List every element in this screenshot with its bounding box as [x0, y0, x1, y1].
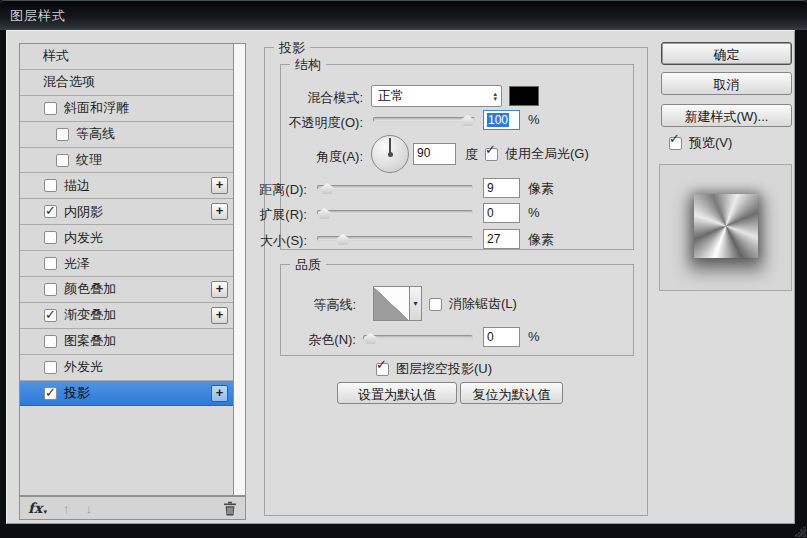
- group-title: 品质: [290, 256, 326, 274]
- sidebar-item-texture[interactable]: 纹理: [20, 148, 233, 174]
- shadow-color-swatch[interactable]: [509, 86, 539, 106]
- add-instance-button[interactable]: +: [211, 281, 228, 298]
- contour-picker[interactable]: ▾: [373, 286, 422, 321]
- contour-dropdown-icon[interactable]: ▾: [410, 286, 422, 321]
- sidebar-item-color-overlay[interactable]: 颜色叠加 +: [20, 277, 233, 303]
- use-global-light-option[interactable]: 使用全局光(G): [485, 145, 589, 163]
- new-style-button[interactable]: 新建样式(W)...: [661, 104, 792, 127]
- spread-slider-thumb[interactable]: [318, 208, 331, 219]
- item-label: 内阴影: [64, 203, 103, 221]
- sidebar-item-stroke[interactable]: 描边 +: [20, 173, 233, 199]
- checkbox[interactable]: [56, 128, 69, 141]
- angle-dial[interactable]: [371, 135, 409, 173]
- move-down-icon[interactable]: ↓: [85, 501, 92, 516]
- sidebar-item-drop-shadow[interactable]: 投影 +: [20, 381, 233, 407]
- opacity-slider-thumb[interactable]: [461, 115, 474, 126]
- checkbox[interactable]: [429, 298, 442, 311]
- checkbox[interactable]: [669, 137, 682, 150]
- contour-thumbnail[interactable]: [373, 286, 410, 321]
- checkbox[interactable]: [44, 179, 57, 192]
- size-input[interactable]: 27: [483, 229, 520, 249]
- reset-default-button[interactable]: 复位为默认值: [460, 382, 563, 404]
- angle-hub: [388, 152, 393, 157]
- size-slider-thumb[interactable]: [336, 234, 349, 245]
- add-instance-button[interactable]: +: [211, 203, 228, 220]
- blend-mode-value: 正常: [378, 87, 493, 105]
- group-title: 结构: [290, 56, 326, 74]
- checkbox[interactable]: [44, 257, 57, 270]
- noise-value: 0: [487, 330, 494, 344]
- distance-value: 9: [487, 181, 494, 195]
- checkbox[interactable]: [44, 309, 57, 322]
- anti-alias-option[interactable]: 消除锯齿(L): [429, 295, 517, 313]
- checkbox[interactable]: [44, 361, 57, 374]
- checkbox[interactable]: [44, 387, 57, 400]
- checkbox[interactable]: [44, 231, 57, 244]
- add-instance-button[interactable]: +: [211, 307, 228, 324]
- sidebar-item-bevel-emboss[interactable]: 斜面和浮雕: [20, 96, 233, 122]
- spread-unit: %: [528, 205, 540, 220]
- checkbox[interactable]: [376, 363, 389, 376]
- sidebar-item-styles[interactable]: 样式: [20, 44, 233, 70]
- item-label: 等高线: [76, 125, 115, 143]
- item-label: 投影: [64, 384, 90, 402]
- preview-option[interactable]: 预览(V): [669, 134, 732, 152]
- angle-unit: 度: [465, 146, 478, 164]
- opacity-label: 不透明度(O):: [289, 114, 363, 132]
- sidebar-item-outer-glow[interactable]: 外发光: [20, 355, 233, 381]
- make-default-button[interactable]: 设置为默认值: [337, 382, 457, 404]
- spread-slider[interactable]: [317, 210, 473, 215]
- distance-slider-thumb[interactable]: [321, 183, 334, 194]
- checkbox[interactable]: [44, 283, 57, 296]
- checkbox[interactable]: [44, 102, 57, 115]
- distance-input[interactable]: 9: [483, 178, 520, 198]
- sidebar-item-pattern-overlay[interactable]: 图案叠加: [20, 329, 233, 355]
- add-instance-button[interactable]: +: [211, 177, 228, 194]
- angle-input[interactable]: 90: [413, 143, 456, 165]
- title-bar[interactable]: 图层样式: [0, 0, 807, 30]
- size-label: 大小(S):: [260, 232, 307, 250]
- move-up-icon[interactable]: ↑: [63, 501, 70, 516]
- add-instance-button[interactable]: +: [211, 385, 228, 402]
- noise-input[interactable]: 0: [483, 327, 520, 347]
- resize-grip[interactable]: [794, 525, 806, 537]
- sidebar-item-satin[interactable]: 光泽: [20, 251, 233, 277]
- fx-icon[interactable]: fx: [28, 500, 42, 516]
- opacity-slider[interactable]: [373, 117, 475, 122]
- blend-mode-label: 混合模式:: [307, 89, 363, 107]
- item-label: 光泽: [64, 255, 90, 273]
- preview-label: 预览(V): [689, 134, 732, 152]
- spread-input[interactable]: 0: [483, 203, 520, 223]
- drop-shadow-group: 投影 结构 混合模式: 正常 ▴ ▾ 不透明度(O):: [264, 47, 648, 516]
- distance-slider[interactable]: [317, 185, 473, 190]
- group-title: 投影: [274, 39, 310, 57]
- checkbox[interactable]: [44, 335, 57, 348]
- layer-knockout-label: 图层挖空投影(U): [396, 360, 492, 378]
- noise-unit: %: [528, 329, 540, 344]
- noise-slider[interactable]: [363, 335, 473, 340]
- sidebar-item-inner-shadow[interactable]: 内阴影 +: [20, 199, 233, 225]
- checkbox[interactable]: [56, 154, 69, 167]
- layer-style-dialog: 图层样式 样式 混合选项 斜面和浮雕 等高线 纹理: [0, 0, 807, 538]
- sidebar-item-contour[interactable]: 等高线: [20, 122, 233, 148]
- blend-mode-select[interactable]: 正常 ▴ ▾: [371, 85, 502, 107]
- opacity-input[interactable]: 100: [483, 110, 520, 130]
- noise-slider-thumb[interactable]: [364, 333, 377, 344]
- sidebar-item-blending-options[interactable]: 混合选项: [20, 70, 233, 96]
- cancel-button[interactable]: 取消: [661, 72, 792, 95]
- layer-knockout-option[interactable]: 图层挖空投影(U): [376, 360, 492, 378]
- ok-button[interactable]: 确定: [661, 42, 792, 65]
- delete-effect-icon[interactable]: [223, 501, 237, 516]
- sidebar-item-inner-glow[interactable]: 内发光: [20, 225, 233, 251]
- sidebar-footer: fx ▾ ↑ ↓: [19, 496, 246, 520]
- angle-label: 角度(A):: [316, 148, 363, 166]
- checkbox[interactable]: [44, 205, 57, 218]
- sidebar-item-gradient-overlay[interactable]: 渐变叠加 +: [20, 303, 233, 329]
- checkbox[interactable]: [485, 148, 498, 161]
- sidebar-scrollbar[interactable]: [233, 43, 246, 496]
- style-preview-thumbnail: [694, 194, 758, 258]
- size-slider[interactable]: [317, 236, 473, 241]
- item-label: 描边: [64, 177, 90, 195]
- opacity-unit: %: [528, 112, 540, 127]
- fx-menu-caret-icon[interactable]: ▾: [43, 508, 47, 516]
